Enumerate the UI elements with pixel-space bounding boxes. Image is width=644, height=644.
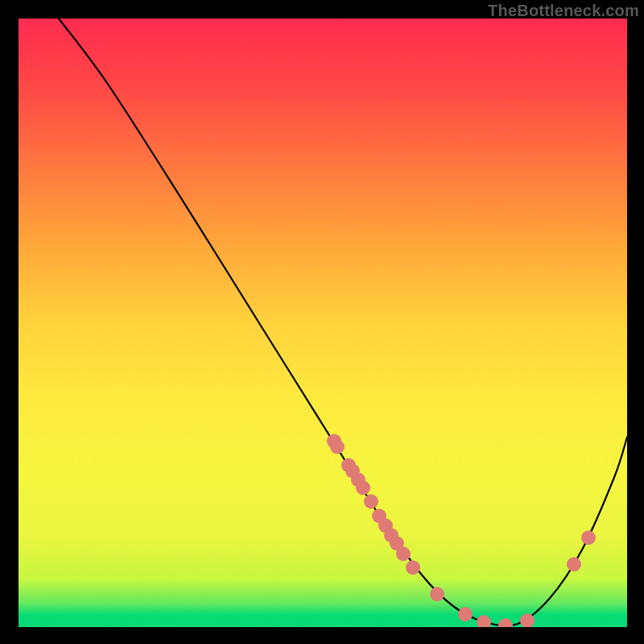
plot-area	[19, 19, 627, 627]
curve-markers	[327, 434, 596, 627]
curve-marker	[567, 557, 581, 572]
chart-svg	[19, 19, 627, 627]
bottleneck-curve	[59, 19, 627, 625]
curve-marker	[477, 615, 491, 627]
chart-container: TheBottleneck.com	[0, 0, 644, 644]
curve-marker	[406, 560, 420, 575]
curve-marker	[458, 607, 473, 621]
curve-marker	[430, 587, 444, 601]
curve-marker	[356, 481, 370, 495]
curve-marker	[498, 618, 513, 627]
curve-marker	[364, 494, 378, 509]
curve-marker	[330, 440, 345, 454]
curve-marker	[396, 547, 411, 561]
watermark-text: TheBottleneck.com	[488, 2, 639, 20]
curve-marker	[581, 530, 596, 545]
